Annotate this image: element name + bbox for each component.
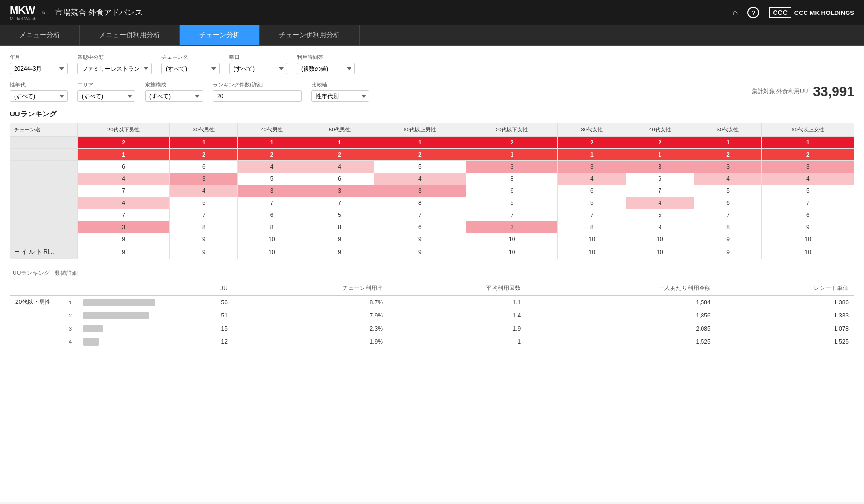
filter-year-month-select[interactable]: 2024年3月 2024年2月 (10, 63, 68, 74)
help-icon[interactable]: ? (747, 7, 759, 18)
rank-cell: 4 (306, 161, 374, 173)
rank-cell: 3 (78, 221, 170, 233)
rank-cell-partial: 9 (306, 245, 374, 259)
rank-cell: 8 (374, 197, 466, 209)
rank-cell-partial: 10 (466, 245, 557, 259)
rank-cell: 9 (374, 233, 466, 245)
rank-cell: 8 (238, 221, 306, 233)
logo-arrows: » (41, 8, 45, 17)
rank-cell: 3 (466, 221, 557, 233)
detail-per-person: 1,584 (527, 296, 716, 309)
rank-cell: 8 (466, 173, 557, 185)
tab-chain[interactable]: チェーン分析 (180, 25, 260, 45)
filter-category: 業態中分類 ファミリーレストラン (77, 54, 152, 74)
detail-category: 20代以下男性 (10, 296, 58, 309)
detail-rate: 7.9% (234, 309, 389, 322)
rank-cell: 3 (626, 161, 694, 173)
detail-col-receipt: レシート単価 (717, 281, 854, 296)
rank-cell: 4 (374, 173, 466, 185)
filter-chain-select[interactable]: (すべて) (161, 63, 220, 74)
rank-cell: 10 (762, 233, 854, 245)
ranking-table: チェーン名 20代以下男性 30代男性 40代男性 50代男性 60代以上男性 … (10, 123, 854, 259)
filter-ranking-count-input[interactable] (213, 90, 302, 102)
rank-cell-partial: 10 (626, 245, 694, 259)
detail-col-rate: チェーン利用率 (234, 281, 389, 296)
detail-receipt: 1,525 (717, 335, 854, 348)
rank-cell: 8 (306, 221, 374, 233)
stats-area: 集計対象 外食利用UU 33,991 (752, 84, 854, 100)
filter-gender-age: 性年代 (すべて) (10, 81, 68, 102)
filter-gender-age-select[interactable]: (すべて) (10, 90, 68, 102)
tab-bar: メニュー分析 メニュー併利用分析 チェーン分析 チェーン併利用分析 (0, 25, 864, 46)
filter-comparison-select[interactable]: 性年代別 年代別 性別 (311, 90, 369, 102)
detail-col-uu: UU (174, 281, 234, 296)
rank-cell: 10 (466, 233, 557, 245)
rank-cell: 5 (762, 185, 854, 197)
rank-cell: 4 (694, 173, 762, 185)
rank-cell: 4 (78, 197, 170, 209)
col-header-chain: チェーン名 (10, 123, 78, 137)
rank-cell: 6 (558, 185, 626, 197)
chain-name-cell (10, 221, 78, 233)
chain-name-partial: ー イ ル ト Ri... (10, 245, 78, 259)
rank-cell: 3 (466, 161, 557, 173)
filter-family: 家族構成 (すべて) (145, 81, 203, 102)
filter-family-select[interactable]: (すべて) (145, 90, 203, 102)
rank-cell: 3 (170, 173, 238, 185)
rank-cell: 7 (78, 185, 170, 197)
rank-cell: 7 (694, 209, 762, 221)
rank-cell: 1 (170, 137, 238, 149)
filter-chain-label: チェーン名 (161, 54, 220, 61)
filter-ranking-count: ランキング件数(詳細... (213, 81, 302, 102)
detail-section: UUランキング 数値詳細 UU チェーン利用率 平均利用回数 一人あたり利用金額… (10, 269, 854, 348)
col-header-m30: 30代男性 (170, 123, 238, 137)
rank-cell: 6 (78, 161, 170, 173)
chain-name-cell (10, 197, 78, 209)
table-row: 3888638989 (10, 221, 854, 233)
home-icon[interactable]: ⌂ (733, 8, 738, 18)
filter-area-select[interactable]: (すべて) (77, 90, 135, 102)
detail-col-chain (77, 281, 174, 296)
chain-name-cell (10, 233, 78, 245)
rank-cell: 3 (374, 185, 466, 197)
logo-icon: MKW Market Watch (10, 4, 36, 21)
rank-cell: 7 (170, 209, 238, 221)
detail-row: 3152.3%1.92,0851,078 (10, 322, 854, 335)
rank-cell: 7 (238, 197, 306, 209)
rank-cell-partial: 10 (558, 245, 626, 259)
rank-cell: 2 (558, 137, 626, 149)
col-header-f60: 60代以上女性 (762, 123, 854, 137)
rank-cell: 3 (694, 161, 762, 173)
rank-cell: 7 (466, 209, 557, 221)
rank-cell: 7 (558, 209, 626, 221)
filter-day-select[interactable]: (すべて) (229, 63, 287, 74)
rank-cell: 2 (374, 149, 466, 161)
rank-cell: 8 (558, 221, 626, 233)
filter-category-label: 業態中分類 (77, 54, 152, 61)
rank-cell: 6 (762, 209, 854, 221)
detail-rank: 2 (58, 309, 77, 322)
rank-cell-partial: 9 (374, 245, 466, 259)
tab-chain-combined[interactable]: チェーン併利用分析 (260, 25, 360, 45)
rank-cell: 1 (694, 137, 762, 149)
detail-chain-bar (77, 296, 174, 309)
rank-cell: 2 (78, 137, 170, 149)
rank-cell: 3 (306, 185, 374, 197)
rank-cell: 7 (306, 197, 374, 209)
chain-name-cell (10, 161, 78, 173)
rank-cell: 1 (558, 149, 626, 161)
rank-cell: 3 (762, 161, 854, 173)
filter-time-select[interactable]: (複数の値) (297, 63, 355, 74)
table-row: 7765777576 (10, 209, 854, 221)
detail-rank: 4 (58, 335, 77, 348)
tab-menu-combined[interactable]: メニュー併利用分析 (80, 25, 180, 45)
filter-category-select[interactable]: ファミリーレストラン (77, 63, 152, 74)
filter-gender-age-label: 性年代 (10, 81, 68, 88)
detail-col-rank (58, 281, 77, 296)
detail-row: 4121.9%11,5251,525 (10, 335, 854, 348)
rank-cell: 1 (374, 137, 466, 149)
table-row: 4577855467 (10, 197, 854, 209)
rank-cell: 2 (306, 149, 374, 161)
ranking-section-title: UUランキング (10, 110, 854, 119)
tab-menu[interactable]: メニュー分析 (0, 25, 80, 45)
